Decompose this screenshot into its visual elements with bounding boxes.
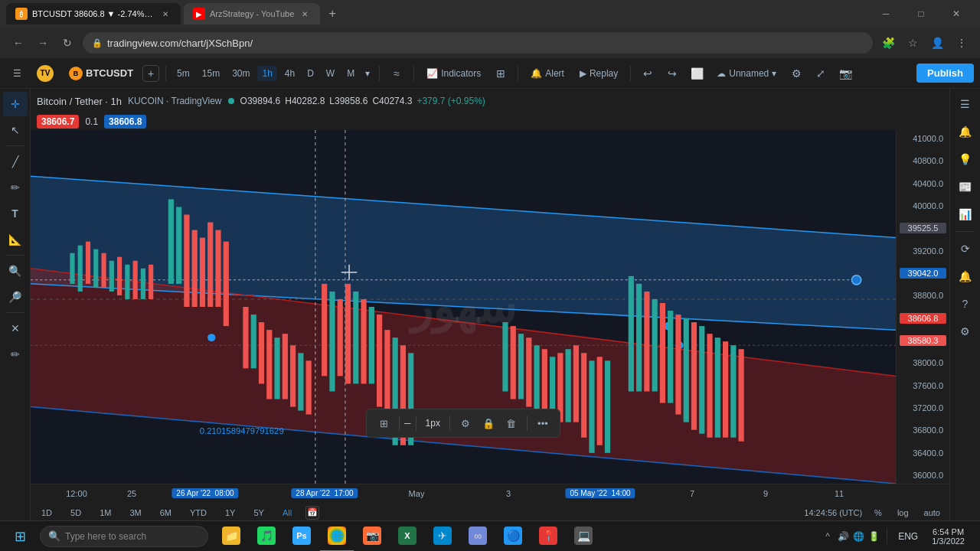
network-icon[interactable]: 🌐 <box>851 530 865 543</box>
taskbar-app-monitor[interactable]: 💻 <box>567 521 600 552</box>
data-tool-btn[interactable]: 📊 <box>953 202 978 227</box>
ft-group-btn[interactable]: ⊞ <box>373 412 394 434</box>
unnamed-btn[interactable]: ☁ Unnamed ▾ <box>710 65 782 82</box>
period-5d[interactable]: 5D <box>66 507 86 519</box>
ft-more-btn[interactable]: ••• <box>532 412 554 434</box>
period-5y[interactable]: 5Y <box>249 507 268 519</box>
snapshot-btn[interactable]: ⬜ <box>686 63 707 84</box>
symbol-display[interactable]: B BTCUSDT <box>63 64 139 83</box>
log-btn[interactable]: log <box>894 507 912 519</box>
line-tool[interactable]: ╱ <box>3 149 28 174</box>
camera-btn[interactable]: 📷 <box>835 63 856 84</box>
tf-4h[interactable]: 4h <box>280 66 299 81</box>
alert-tool-btn[interactable]: 🔔 <box>953 119 978 144</box>
add-symbol-btn[interactable]: + <box>142 65 159 82</box>
chart-settings-btn[interactable]: ⚙ <box>786 63 807 84</box>
start-btn[interactable]: ⊞ <box>3 521 37 552</box>
taskbar-app-excel[interactable]: X <box>390 521 424 552</box>
measure-tool[interactable]: 📐 <box>3 227 28 252</box>
taskbar-app-ps[interactable]: Ps <box>285 521 318 552</box>
period-1d[interactable]: 1D <box>37 507 57 519</box>
publish-btn[interactable]: Publish <box>916 64 974 83</box>
fullscreen-btn[interactable]: ⤢ <box>810 63 831 84</box>
alert-btn[interactable]: 🔔 Alert <box>524 65 570 82</box>
search-bar[interactable]: 🔍 Type here to search <box>40 526 208 547</box>
hamburger-menu[interactable]: ☰ <box>6 63 28 84</box>
taskbar-app-files[interactable]: 📁 <box>214 521 248 552</box>
watchlist-btn[interactable]: ☰ <box>953 92 978 116</box>
minimize-btn[interactable]: ─ <box>868 0 903 29</box>
taskbar-app-spotify[interactable]: 🎵 <box>250 521 283 552</box>
pen-tool[interactable]: ✏ <box>3 175 28 200</box>
ideas-tool-btn[interactable]: 💡 <box>953 147 978 171</box>
period-3m[interactable]: 3M <box>125 507 145 519</box>
battery-icon[interactable]: 🔋 <box>867 530 880 543</box>
tab-2[interactable]: ▶ ArzStrategy - YouTube ✕ <box>184 3 320 24</box>
replay-btn[interactable]: ▶ Replay <box>573 65 624 82</box>
period-all[interactable]: All <box>278 507 296 519</box>
extensions-btn[interactable]: 🧩 <box>879 34 897 52</box>
edit-tool[interactable]: ✏ <box>3 342 28 367</box>
logo-btn[interactable]: TV <box>31 62 60 85</box>
price-tag-2[interactable]: 38606.8 <box>104 115 146 129</box>
auto-btn[interactable]: auto <box>921 507 943 519</box>
chart-type-btn[interactable]: ≈ <box>386 63 407 84</box>
taskbar-app-telegram[interactable]: ✈ <box>426 521 459 552</box>
tf-m[interactable]: M <box>342 66 359 81</box>
lang-indicator[interactable]: ENG <box>893 531 923 542</box>
forward-btn[interactable]: → <box>34 34 52 52</box>
tab-1-close[interactable]: ✕ <box>159 8 172 20</box>
profile-btn[interactable]: 👤 <box>928 34 946 52</box>
right-settings-btn[interactable]: ⚙ <box>953 319 978 344</box>
undo-btn[interactable]: ↩ <box>637 63 658 84</box>
taskbar-app-camera[interactable]: 📷 <box>355 521 389 552</box>
ft-select-line[interactable]: ─ <box>404 418 411 429</box>
back-btn[interactable]: ← <box>9 34 28 52</box>
period-ytd[interactable]: YTD <box>185 507 211 519</box>
tf-1h[interactable]: 1h <box>257 66 276 81</box>
replay-tool-btn[interactable]: ⟳ <box>953 236 978 261</box>
cursor-tool[interactable]: ↖ <box>3 118 28 142</box>
tf-w[interactable]: W <box>322 66 339 81</box>
taskbar-app-chrome2[interactable]: 🔵 <box>496 521 530 552</box>
taskbar-app-maps[interactable]: 📍 <box>531 521 565 552</box>
ft-lock-btn[interactable]: 🔒 <box>478 412 499 434</box>
notification-tool-btn[interactable]: 🔔 <box>953 264 978 289</box>
bookmark-btn[interactable]: ☆ <box>903 34 922 52</box>
period-1y[interactable]: 1Y <box>220 507 240 519</box>
new-tab-btn[interactable]: + <box>323 5 341 23</box>
indicators-btn[interactable]: 📈 Indicators <box>420 65 487 82</box>
zoom-out-tool[interactable]: 🔎 <box>3 285 28 309</box>
pct-btn[interactable]: % <box>871 507 885 519</box>
refresh-btn[interactable]: ↻ <box>58 34 77 52</box>
tab-2-close[interactable]: ✕ <box>299 8 311 20</box>
taskbar-app-discord[interactable]: ∞ <box>461 521 495 552</box>
volume-icon[interactable]: 🔊 <box>836 530 850 543</box>
redo-btn[interactable]: ↪ <box>662 63 683 84</box>
help-tool-btn[interactable]: ? <box>953 292 978 316</box>
url-bar[interactable]: 🔒 tradingview.com/chart/jXSchBpn/ <box>83 32 873 54</box>
tf-15m[interactable]: 15m <box>198 66 224 81</box>
ft-settings-btn[interactable]: ⚙ <box>455 412 476 434</box>
text-tool[interactable]: T <box>3 201 28 226</box>
news-tool-btn[interactable]: 📰 <box>953 174 978 199</box>
period-1m[interactable]: 1M <box>95 507 116 519</box>
maximize-btn[interactable]: □ <box>903 0 939 29</box>
chevron-up-icon[interactable]: ^ <box>821 530 835 543</box>
period-6m[interactable]: 6M <box>155 507 176 519</box>
tf-d[interactable]: D <box>302 66 318 81</box>
zoom-in-tool[interactable]: 🔍 <box>3 259 28 283</box>
tf-5m[interactable]: 5m <box>172 66 194 81</box>
crosshair-tool[interactable]: ✛ <box>3 92 28 116</box>
template-btn[interactable]: ⊞ <box>490 63 511 84</box>
calendar-icon-btn[interactable]: 📅 <box>305 506 319 520</box>
tf-30m[interactable]: 30m <box>227 66 254 81</box>
erase-tool[interactable]: ✕ <box>3 316 28 341</box>
price-tag-1[interactable]: 38606.7 <box>37 115 79 129</box>
close-btn[interactable]: ✕ <box>939 0 974 29</box>
tab-1[interactable]: ₿ BTCUSDT 38606.8 ▼ -2.74% Un... ✕ <box>6 3 181 24</box>
browser-settings-btn[interactable]: ⋮ <box>952 34 971 52</box>
tf-more-btn[interactable]: ▾ <box>362 66 373 81</box>
taskbar-app-chrome[interactable]: 🌐 <box>320 521 354 552</box>
taskbar-clock[interactable]: 6:54 PM 1/3/2022 <box>926 527 971 546</box>
